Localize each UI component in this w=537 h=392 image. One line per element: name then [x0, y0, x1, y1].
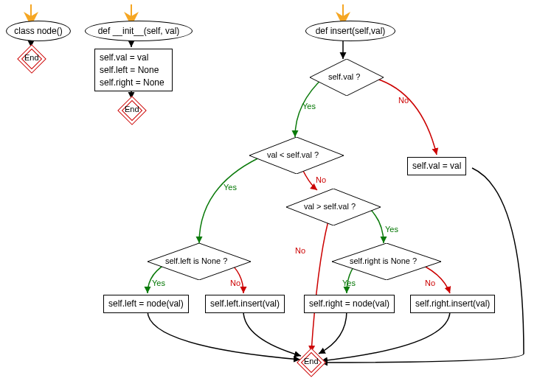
act-right-insert: self.right.insert(val) — [410, 295, 495, 313]
no-label: No — [316, 175, 326, 184]
cond-lt: val < self.val ? — [267, 150, 319, 159]
init-body: self.val = val self.left = None self.rig… — [94, 49, 173, 91]
no-label: No — [425, 279, 435, 287]
insert-title: def insert(self,val) — [305, 21, 395, 41]
yes-label: Yes — [302, 102, 316, 111]
no-label: No — [230, 279, 240, 287]
cond-selfval: self.val ? — [328, 72, 360, 81]
classnode-title: class node() — [6, 21, 71, 41]
else-box: self.val = val — [407, 157, 466, 175]
init-title: def __init__(self, val) — [85, 21, 193, 41]
yes-label: Yes — [224, 183, 237, 192]
cond-right-none: self.right is None ? — [350, 256, 417, 265]
yes-label: Yes — [152, 279, 165, 287]
act-right-new: self.right = node(val) — [304, 295, 395, 313]
no-label: No — [398, 96, 409, 105]
yes-label: Yes — [342, 279, 356, 287]
act-left-new: self.left = node(val) — [103, 295, 189, 313]
cond-left-none: self.left is None ? — [165, 256, 227, 265]
cond-gt: val > self.val ? — [304, 202, 356, 211]
no-label: No — [295, 246, 305, 255]
act-left-insert: self.left.insert(val) — [205, 295, 285, 313]
yes-label: Yes — [385, 225, 398, 234]
